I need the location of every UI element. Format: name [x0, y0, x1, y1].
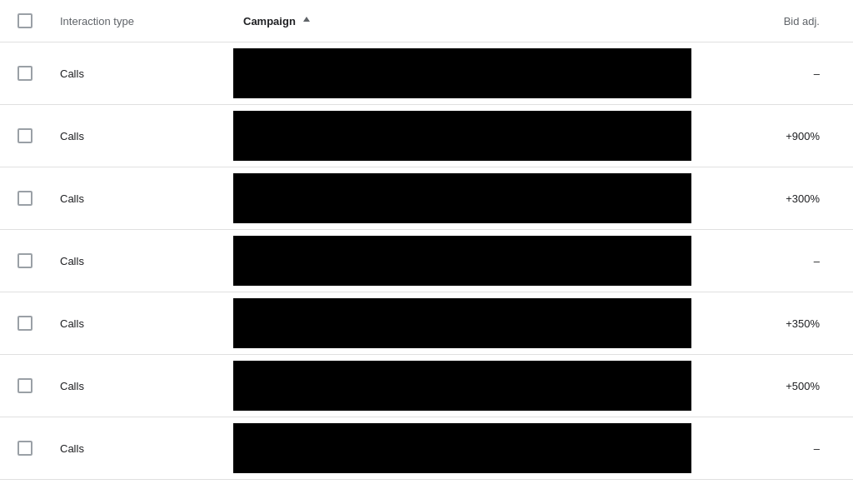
- interaction-type-cell: Calls: [50, 105, 233, 167]
- campaign-black-overlay: [233, 173, 691, 223]
- bid-adj-cell: +350%: [691, 292, 853, 355]
- table-row: Calls–: [0, 230, 853, 292]
- campaign-black-overlay: [233, 361, 691, 411]
- campaign-cell: [233, 105, 691, 167]
- campaign-cell: [233, 42, 691, 105]
- row-checkbox-cell: [0, 355, 50, 417]
- campaign-cell: [233, 167, 691, 230]
- bid-adj-cell: +900%: [691, 105, 853, 167]
- interaction-type-cell: Calls: [50, 417, 233, 480]
- interaction-type-cell: Calls: [50, 292, 233, 355]
- campaign-cell: [233, 230, 691, 292]
- table-row: Calls+900%: [0, 105, 853, 167]
- table-row: Calls+500%: [0, 355, 853, 417]
- table-row: Calls–: [0, 417, 853, 480]
- row-checkbox[interactable]: [17, 128, 32, 143]
- row-checkbox-cell: [0, 42, 50, 105]
- interaction-type-cell: Calls: [50, 230, 233, 292]
- campaign-cell: [233, 292, 691, 355]
- campaign-header[interactable]: Campaign: [233, 0, 691, 42]
- row-checkbox-cell: [0, 230, 50, 292]
- campaign-black-overlay: [233, 423, 691, 473]
- row-checkbox[interactable]: [17, 316, 32, 331]
- select-all-checkbox[interactable]: [17, 13, 32, 28]
- table-row: Calls+350%: [0, 292, 853, 355]
- header-checkbox-cell: [0, 0, 50, 42]
- campaign-black-overlay: [233, 298, 691, 348]
- interaction-type-header: Interaction type: [50, 0, 233, 42]
- bid-adj-header: Bid adj.: [691, 0, 853, 42]
- bid-adj-cell: +500%: [691, 355, 853, 417]
- row-checkbox[interactable]: [17, 191, 32, 206]
- sort-arrow-icon: [301, 15, 312, 27]
- bid-adj-cell: –: [691, 42, 853, 105]
- bid-adj-cell: +300%: [691, 167, 853, 230]
- interaction-type-cell: Calls: [50, 355, 233, 417]
- row-checkbox-cell: [0, 292, 50, 355]
- table-row: Calls–: [0, 42, 853, 105]
- row-checkbox-cell: [0, 417, 50, 480]
- table-container: Interaction type Campaign Bid adj.: [0, 0, 853, 504]
- row-checkbox[interactable]: [17, 378, 32, 393]
- bid-adj-cell: –: [691, 417, 853, 480]
- table-row: Calls+300%: [0, 167, 853, 230]
- row-checkbox[interactable]: [17, 441, 32, 456]
- bid-adj-cell: –: [691, 230, 853, 292]
- row-checkbox-cell: [0, 167, 50, 230]
- campaign-cell: [233, 417, 691, 480]
- campaign-cell: [233, 355, 691, 417]
- row-checkbox[interactable]: [17, 66, 32, 81]
- row-checkbox[interactable]: [17, 253, 32, 268]
- bid-adj-label: Bid adj.: [784, 15, 820, 27]
- data-table: Interaction type Campaign Bid adj.: [0, 0, 853, 480]
- campaign-black-overlay: [233, 48, 691, 98]
- campaign-label: Campaign: [243, 15, 296, 27]
- campaign-black-overlay: [233, 111, 691, 161]
- interaction-type-label: Interaction type: [60, 15, 134, 27]
- row-checkbox-cell: [0, 105, 50, 167]
- interaction-type-cell: Calls: [50, 42, 233, 105]
- interaction-type-cell: Calls: [50, 167, 233, 230]
- campaign-black-overlay: [233, 236, 691, 286]
